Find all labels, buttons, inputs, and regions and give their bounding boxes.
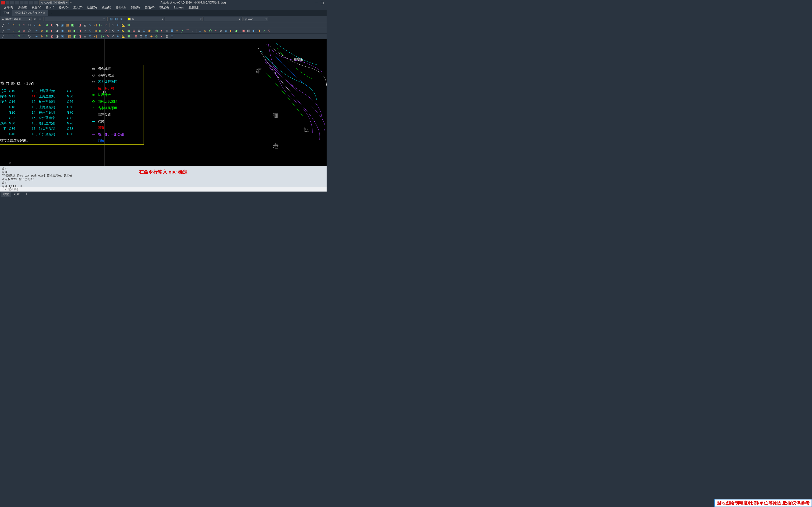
menu-item[interactable]: 修改(M) xyxy=(114,5,128,10)
tool-icon[interactable]: ▣ xyxy=(60,34,65,39)
tool-icon[interactable]: ▽ xyxy=(88,34,93,39)
minimize-button[interactable]: — xyxy=(315,1,318,4)
menu-item[interactable]: 帮助(H) xyxy=(157,5,171,10)
tool-icon[interactable]: ○ xyxy=(11,23,16,27)
tool-icon[interactable]: ⬡ xyxy=(27,34,32,39)
tool-icon[interactable]: ◇ xyxy=(21,29,26,33)
tool-icon[interactable]: ⟲ xyxy=(111,23,115,27)
tab-file[interactable]: 中国地图CAD完整版* ✕ xyxy=(12,10,48,16)
tool-icon[interactable]: ▣ xyxy=(60,29,65,33)
tool-icon[interactable]: ⟳ xyxy=(103,23,108,27)
tool-icon[interactable]: ◁ xyxy=(93,29,98,33)
menu-item[interactable]: Express xyxy=(172,5,186,10)
menu-item[interactable]: 窗口(W) xyxy=(143,5,156,10)
tool-icon[interactable]: ☰ xyxy=(170,29,174,33)
tool-icon[interactable]: ◨ xyxy=(78,29,82,33)
menu-item[interactable]: 工具(T) xyxy=(71,5,84,10)
layer-dropdown[interactable]: ▾ xyxy=(45,17,106,21)
menu-item[interactable]: 视图(V) xyxy=(30,5,43,10)
tool-icon[interactable]: ◍ xyxy=(164,29,169,33)
menu-item[interactable]: 参数(P) xyxy=(129,5,142,10)
tool-icon[interactable]: ◧ xyxy=(251,29,256,33)
tool-icon[interactable]: ◫ xyxy=(65,23,70,27)
tool-icon[interactable]: ⊟ xyxy=(134,34,138,39)
menu-item[interactable]: 格式(O) xyxy=(57,5,70,10)
tool-icon[interactable]: ✂ xyxy=(116,23,120,27)
tool-icon[interactable]: ◇ xyxy=(203,29,207,33)
tool-icon[interactable]: ◨ xyxy=(78,23,82,27)
tab-start[interactable]: 开始 xyxy=(0,10,12,16)
tool-icon[interactable]: ◧ xyxy=(70,23,75,27)
tool-icon[interactable]: ≡ xyxy=(175,29,180,33)
maximize-button[interactable]: ▢ xyxy=(321,1,324,4)
tool-icon[interactable]: ∿ xyxy=(34,34,39,39)
tool-icon[interactable]: ⌒ xyxy=(185,29,190,33)
tool-icon[interactable]: ◫ xyxy=(246,29,251,33)
tool-icon[interactable]: ✂ xyxy=(116,29,120,33)
tool-icon[interactable]: ╱ xyxy=(180,29,185,33)
tool-icon[interactable]: ◧ xyxy=(72,29,77,33)
tool-icon[interactable]: ◎ xyxy=(154,34,159,39)
gear-icon[interactable]: ⚙ xyxy=(33,17,37,21)
tab-add-button[interactable]: + xyxy=(48,11,54,16)
tool-icon[interactable]: ● xyxy=(159,29,164,33)
tool-icon[interactable]: ⊕ xyxy=(37,23,42,27)
tool-icon[interactable]: ◑ xyxy=(55,29,59,33)
tool-icon[interactable]: ⟳ xyxy=(105,34,110,39)
chevron-down-icon[interactable]: ▾ xyxy=(5,188,7,191)
viewport-close-icon[interactable]: ✕ xyxy=(8,161,11,165)
tool-icon[interactable]: ◐ xyxy=(50,23,54,27)
menu-item[interactable]: 源泉设计 xyxy=(187,5,202,10)
layer-combo[interactable]: AD教程小谢老师▾ xyxy=(1,17,32,21)
tool-icon[interactable]: △ xyxy=(83,34,87,39)
layer-freeze-icon[interactable]: ❄ xyxy=(119,17,123,21)
app-icon[interactable] xyxy=(1,1,5,4)
tool-icon[interactable]: ∿ xyxy=(34,29,39,33)
tool-icon[interactable]: ∿ xyxy=(32,23,37,27)
tool-icon[interactable]: ▷ xyxy=(98,23,103,27)
tool-icon[interactable]: ╱ xyxy=(1,29,6,33)
menu-item[interactable]: 文件(F) xyxy=(2,5,15,10)
tool-icon[interactable]: ◁ xyxy=(93,23,98,27)
tool-icon[interactable]: ◫ xyxy=(67,34,72,39)
tool-icon[interactable]: ⌒ xyxy=(6,34,11,39)
tool-icon[interactable]: ⊗ xyxy=(44,23,49,27)
menu-item[interactable]: 标注(N) xyxy=(100,5,113,10)
tool-icon[interactable]: ◉ xyxy=(147,29,152,33)
tool-icon[interactable]: ◇ xyxy=(21,34,26,39)
tool-icon[interactable]: ▽ xyxy=(88,29,93,33)
tool-icon[interactable]: △ xyxy=(83,23,87,27)
tool-icon[interactable]: ◁ xyxy=(93,34,98,39)
undo-icon[interactable] xyxy=(29,1,33,4)
tool-icon[interactable]: ╱ xyxy=(1,34,6,39)
linetype-combo[interactable]: ▾ xyxy=(165,17,203,21)
tool-icon[interactable]: ∿ xyxy=(213,29,218,33)
tool-icon[interactable]: ◨ xyxy=(257,29,261,33)
layout-tab[interactable]: 布局1 xyxy=(11,192,23,197)
tool-icon[interactable]: 📐 xyxy=(121,29,126,33)
tool-icon[interactable]: ◧ xyxy=(72,34,77,39)
tool-icon[interactable]: ◑ xyxy=(234,29,239,33)
tool-icon[interactable]: ☰ xyxy=(170,34,174,39)
tool-icon[interactable]: ▷ xyxy=(100,34,105,39)
tool-icon[interactable]: ⬡ xyxy=(27,23,32,27)
tool-icon[interactable]: ● xyxy=(159,34,164,39)
tool-icon[interactable]: ⟳ xyxy=(103,29,108,33)
tool-icon[interactable]: ⊗ xyxy=(223,29,228,33)
tool-icon[interactable]: ▣ xyxy=(60,23,65,27)
tool-icon[interactable]: ⊞ xyxy=(126,34,131,39)
menu-item[interactable]: 插入(I) xyxy=(44,5,56,10)
plotstyle-combo[interactable]: ByColor▾ xyxy=(242,17,268,21)
tool-icon[interactable]: ⟲ xyxy=(111,34,115,39)
tool-icon[interactable]: ◑ xyxy=(55,23,59,27)
model-tab[interactable]: 模型 xyxy=(1,192,11,197)
tool-icon[interactable]: ⌒ xyxy=(6,23,11,27)
tool-icon[interactable]: □ xyxy=(16,23,21,27)
lineweight-combo[interactable]: ▾ xyxy=(204,17,241,21)
tool-icon[interactable]: ⊕ xyxy=(218,29,223,33)
tool-icon[interactable]: ⊗ xyxy=(44,29,49,33)
tool-icon[interactable]: ◐ xyxy=(229,29,233,33)
tool-icon[interactable]: ◑ xyxy=(55,34,59,39)
print-icon[interactable] xyxy=(24,1,28,4)
tool-icon[interactable]: □ xyxy=(198,29,202,33)
